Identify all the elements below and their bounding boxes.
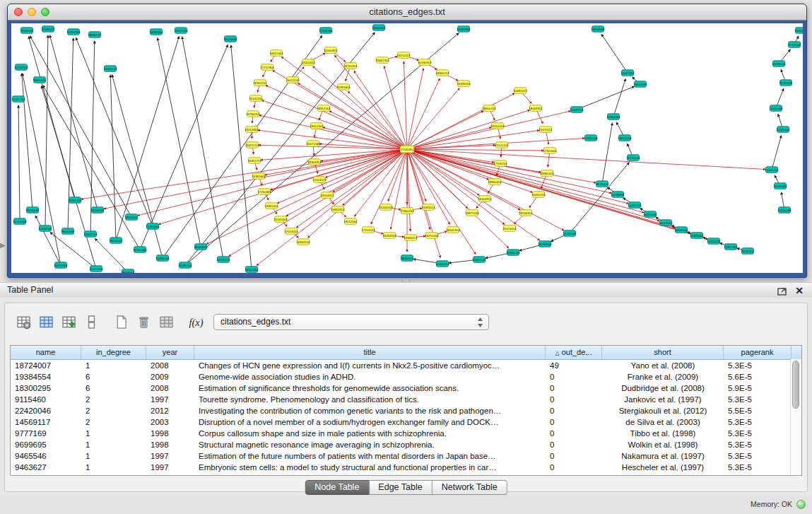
network-node[interactable]: 20224054 [502,226,517,232]
network-node[interactable]: 15466804 [146,223,160,230]
table-settings-icon[interactable] [15,313,33,331]
network-node[interactable]: 16648404 [772,61,786,67]
column-header-pagerank[interactable]: pagerank [724,346,792,359]
network-node[interactable]: 17554024 [284,228,298,235]
network-node[interactable]: 9510604 [225,36,237,42]
float-panel-icon[interactable] [777,286,787,294]
table-row[interactable]: 1938455462009Genome-wide association stu… [11,371,801,382]
network-node[interactable]: 18494504 [382,233,396,239]
network-node[interactable]: 10945204 [506,250,520,256]
network-node[interactable]: 19013905 [245,127,259,133]
network-node[interactable]: 10671504 [174,28,188,34]
column-header-title[interactable]: title [194,346,546,359]
network-node[interactable]: 9124504 [564,230,576,237]
network-node[interactable]: 20993405 [336,84,351,90]
network-node[interactable]: 18534912 [519,210,533,216]
network-node[interactable]: 20145603 [273,216,288,223]
network-node[interactable]: 10821304 [724,244,738,250]
network-node[interactable]: 18043914 [529,105,543,112]
network-node[interactable]: 19875234 [465,210,479,216]
network-node[interactable]: 9676304 [596,181,608,187]
network-node[interactable]: 17706234 [493,160,507,167]
network-node[interactable]: 20485013 [513,88,527,94]
network-node[interactable]: 14744364 [133,247,147,253]
network-node[interactable]: 18960213 [435,70,449,76]
network-node[interactable]: 17604223 [312,177,326,183]
network-node[interactable]: 16904104 [296,239,310,245]
network-node[interactable]: 10679104 [570,107,584,113]
network-node[interactable]: 18185804 [457,26,471,33]
network-node[interactable]: 10450304 [54,262,68,269]
network-node[interactable]: 10364534 [66,29,81,35]
network-node[interactable]: 16412304 [794,28,803,34]
network-node[interactable]: 16012144 [286,77,300,83]
network-node[interactable]: 19493514 [421,204,435,211]
network-node[interactable]: 16791104 [627,155,640,161]
network-node[interactable]: 16234504 [538,241,552,247]
network-node[interactable]: 9345604 [195,244,207,250]
column-header-short[interactable]: short [602,346,724,359]
network-node[interactable]: 9740504 [789,42,801,48]
column-header-year[interactable]: year [146,346,194,359]
network-node[interactable]: 15845304 [765,167,779,173]
network-node[interactable]: 19985414 [540,170,554,177]
network-node[interactable]: 19554312 [320,192,334,199]
table-row[interactable]: 1872400712008Changes of HCN gene express… [11,360,801,371]
network-node[interactable]: 17860234 [400,208,414,214]
network-node[interactable]: 16604914 [478,196,492,202]
network-node[interactable]: 9861023 [34,77,46,83]
network-node[interactable]: 9560156 [635,81,647,88]
network-node[interactable]: 15954204 [707,238,721,245]
network-node[interactable]: 9546592 [42,26,54,33]
network-node[interactable]: 10713504 [13,218,27,225]
network-node[interactable]: 18784205 [246,111,260,117]
table-row[interactable]: 2242004622012Investigating the contribut… [11,405,801,416]
network-node[interactable]: 21675112 [539,127,553,133]
network-node[interactable]: 21122104 [495,142,509,148]
network-node[interactable]: 17153243 [361,227,375,233]
network-node[interactable]: 12041404 [11,96,25,103]
table-row[interactable]: 911546021997Tourette syndrome. Phenomeno… [11,394,801,405]
network-node[interactable]: 15012404 [89,266,103,272]
panel-collapse-arrow-icon[interactable]: ▶ [0,241,6,249]
tab-network-table[interactable]: Network Table [433,480,507,495]
network-node[interactable]: 16250444 [425,233,439,239]
network-node[interactable]: 19306153 [404,235,418,241]
vertical-scrollbar[interactable] [790,359,801,475]
network-node[interactable]: 9458104 [676,227,688,233]
window-titlebar[interactable]: citations_edges.txt [8,4,806,21]
network-node[interactable]: 16346204 [457,81,471,87]
network-node[interactable]: 18304914 [307,159,322,165]
network-node[interactable]: 15654104 [472,257,486,263]
network-node[interactable]: 16850914 [331,206,345,213]
network-node[interactable]: 9852404 [126,214,138,221]
network-node[interactable]: 9845012 [401,255,413,262]
network-node[interactable]: 20071345 [306,141,320,147]
table-selector-dropdown[interactable]: citations_edges.txt [213,314,489,330]
table-row[interactable]: 969969511998Structural magnetic resonanc… [11,439,801,450]
import-table-icon[interactable] [158,313,175,331]
network-node[interactable]: 15056604 [90,207,105,214]
network-node[interactable]: 18612044 [269,50,283,57]
network-node[interactable]: 10391104 [644,211,657,218]
network-node[interactable]: 11245604 [217,257,230,263]
network-node[interactable]: 19412305 [310,123,324,129]
network-node[interactable]: 15497304 [628,202,642,209]
network-node[interactable]: 9690273 [89,32,101,38]
network-node[interactable]: 16904404 [591,26,605,33]
network-node[interactable]: 9928404 [27,207,39,214]
network-node[interactable]: 18301751 [253,80,267,86]
network-node[interactable]: 10208164 [155,255,170,262]
table-row[interactable]: 1456911722003Disruption of a novel membe… [11,416,801,428]
network-node[interactable]: 16455234 [531,192,546,198]
network-node[interactable]: 9155608 [21,28,33,34]
network-node[interactable]: 14345604 [776,127,790,133]
network-node[interactable]: 11259302 [15,64,28,71]
network-node[interactable]: 12652104 [83,231,98,238]
delete-column-icon[interactable] [135,313,153,331]
network-node[interactable]: 12450124 [435,261,449,267]
table-row[interactable]: 977716911998Corpus callosum shape and si… [11,428,801,439]
row-height-icon[interactable] [83,313,100,331]
table-row[interactable]: 946362711997Embryonic stem cells: a mode… [11,462,801,473]
network-node[interactable]: 17712904 [260,64,274,71]
